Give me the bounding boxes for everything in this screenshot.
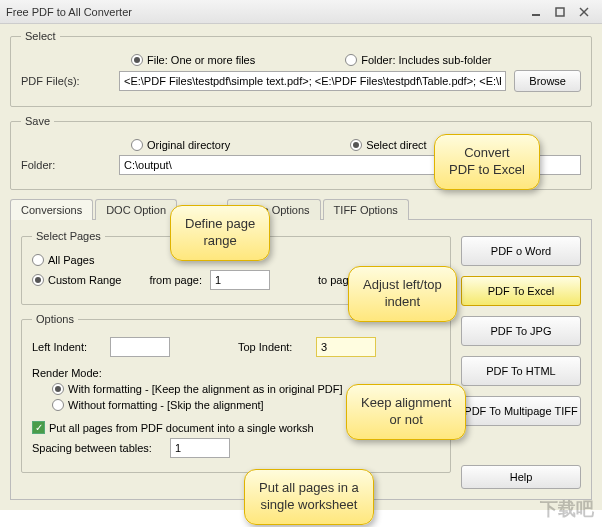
folder-radio-label: Folder: Includes sub-folder <box>361 54 491 66</box>
put-all-checkbox[interactable]: ✓Put all pages from PDF document into a … <box>32 421 314 434</box>
pdf-to-jpg-button[interactable]: PDF To JPG <box>461 316 581 346</box>
spacing-label: Spacing between tables: <box>32 442 162 454</box>
tab-doc-options[interactable]: DOC Option <box>95 199 177 220</box>
select-dir-radio[interactable]: Select direct <box>350 139 427 151</box>
custom-range-radio[interactable]: Custom Range <box>32 274 121 286</box>
no-fmt-radio[interactable]: Without formatting - [Skip the alignment… <box>52 399 264 411</box>
file-radio[interactable]: File: One or more files <box>131 54 255 66</box>
pdf-to-excel-button[interactable]: PDF To Excel <box>461 276 581 306</box>
with-fmt-radio[interactable]: With formatting - [Keep the alignment as… <box>52 383 343 395</box>
custom-range-label: Custom Range <box>48 274 121 286</box>
pdf-files-label: PDF File(s): <box>21 75 111 87</box>
close-button[interactable] <box>572 3 596 21</box>
top-indent-label: Top Indent: <box>238 341 308 353</box>
callout-worksheet: Put all pages in a single worksheet <box>244 469 374 525</box>
all-pages-radio[interactable]: All Pages <box>32 254 94 266</box>
callout-convert-excel: Convert PDF to Excel <box>434 134 540 190</box>
all-pages-label: All Pages <box>48 254 94 266</box>
render-mode-label: Render Mode: <box>32 367 102 379</box>
tab-tiff-options[interactable]: TIFF Options <box>323 199 409 220</box>
main-panel: Select File: One or more files Folder: I… <box>0 24 602 510</box>
from-page-input[interactable] <box>210 270 270 290</box>
left-indent-input[interactable] <box>110 337 170 357</box>
pdf-to-word-button[interactable]: PDF o Word <box>461 236 581 266</box>
orig-dir-radio[interactable]: Original directory <box>131 139 230 151</box>
from-page-label: from page: <box>149 274 202 286</box>
maximize-button[interactable] <box>548 3 572 21</box>
minimize-button[interactable] <box>524 3 548 21</box>
to-page-label: to pag <box>318 274 349 286</box>
save-legend: Save <box>21 115 54 127</box>
put-all-label: Put all pages from PDF document into a s… <box>49 422 314 434</box>
svg-rect-1 <box>556 8 564 16</box>
select-legend: Select <box>21 30 60 42</box>
tabs: Conversions DOC Option Image Options TIF… <box>10 198 592 220</box>
help-button[interactable]: Help <box>461 465 581 489</box>
folder-radio[interactable]: Folder: Includes sub-folder <box>345 54 491 66</box>
tab-body: Select Pages All Pages Custom Range from… <box>10 220 592 500</box>
titlebar: Free PDF to All Converter <box>0 0 602 24</box>
window-title: Free PDF to All Converter <box>6 6 524 18</box>
select-dir-label: Select direct <box>366 139 427 151</box>
top-indent-input[interactable] <box>316 337 376 357</box>
folder-label: Folder: <box>21 159 111 171</box>
browse-button[interactable]: Browse <box>514 70 581 92</box>
select-group: Select File: One or more files Folder: I… <box>10 30 592 107</box>
spacing-input[interactable] <box>170 438 230 458</box>
file-radio-label: File: One or more files <box>147 54 255 66</box>
left-indent-label: Left Indent: <box>32 341 102 353</box>
pdf-files-input[interactable] <box>119 71 506 91</box>
pdf-to-tiff-button[interactable]: PDF To Multipage TIFF <box>461 396 581 426</box>
pdf-to-html-button[interactable]: PDF To HTML <box>461 356 581 386</box>
select-pages-legend: Select Pages <box>32 230 105 242</box>
tab-conversions[interactable]: Conversions <box>10 199 93 220</box>
orig-dir-label: Original directory <box>147 139 230 151</box>
callout-alignment: Keep alignment or not <box>346 384 466 440</box>
callout-page-range: Define page range <box>170 205 270 261</box>
options-legend: Options <box>32 313 78 325</box>
callout-indent: Adjust left/top indent <box>348 266 457 322</box>
with-fmt-label: With formatting - [Keep the alignment as… <box>68 383 343 395</box>
right-column: PDF o Word PDF To Excel PDF To JPG PDF T… <box>461 230 581 489</box>
svg-rect-0 <box>532 14 540 16</box>
no-fmt-label: Without formatting - [Skip the alignment… <box>68 399 264 411</box>
